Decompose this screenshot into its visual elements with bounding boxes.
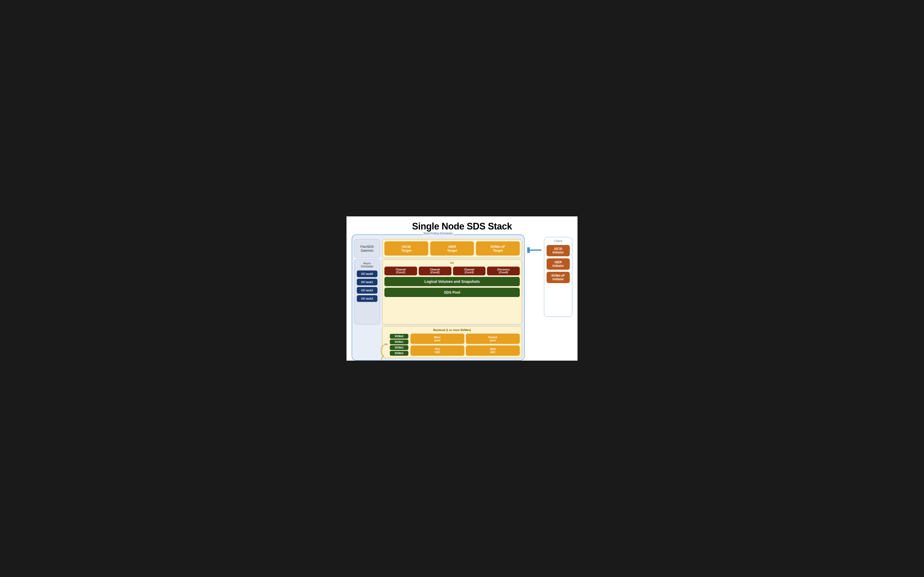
backend-inner: RR NVMe0 NVMe1 NVMe2 NVMe3 Mempool Exten… bbox=[384, 334, 520, 356]
main-layout: Multi-Polling Scheduler FlexSDSDaemon iS… bbox=[347, 234, 577, 361]
channel-core2: Channel(Core2) bbox=[419, 267, 451, 276]
nvme-3: NVMe3 bbox=[390, 351, 409, 356]
right-middle: RR Channel(Core1) Channel(Core2) Channel… bbox=[382, 259, 522, 324]
middle-row: Async Scheduler I/O task0 I/O task1 I/O … bbox=[354, 259, 522, 324]
rr-label: RR bbox=[384, 262, 520, 264]
target-iscsi: iSCSITarget bbox=[384, 241, 428, 256]
pool-pci: PCIUIO bbox=[410, 345, 464, 356]
pools-grid: Mempool Extentpool PCIUIO HDDAIO bbox=[410, 334, 520, 356]
channel-core1: Channel(Core1) bbox=[384, 267, 417, 276]
mps-label: Multi-Polling Scheduler bbox=[423, 232, 454, 235]
channel-discovery: Discovery(Core0) bbox=[487, 267, 520, 276]
slide: Single Node SDS Stack Multi-Polling Sche… bbox=[347, 216, 577, 361]
nvme-0: NVMe0 bbox=[390, 334, 409, 339]
nvme-list: NVMe0 NVMe1 NVMe2 NVMe3 bbox=[390, 334, 409, 356]
channel-core3: Channel(Core3) bbox=[453, 267, 486, 276]
io-task-2: I/O task2 bbox=[357, 287, 378, 294]
client-nvmeof: NVMe-oFInitiator bbox=[546, 272, 570, 283]
nvme-1: NVMe1 bbox=[390, 340, 409, 344]
pool-extent: Extentpool bbox=[466, 334, 520, 344]
async-label: Async Scheduler bbox=[357, 262, 378, 268]
flexsds-box: FlexSDSDaemon bbox=[354, 239, 380, 258]
lv-box: Logical Volumes and Snapshots bbox=[384, 277, 520, 286]
sds-pool-box: SDS Pool bbox=[384, 288, 520, 297]
top-row: FlexSDSDaemon iSCSITarget iSERTarget NVM… bbox=[354, 239, 522, 258]
client-iser: iSERInitiator bbox=[546, 258, 570, 270]
io-task-3: I/O task3 bbox=[357, 295, 378, 302]
flexsds-label: FlexSDSDaemon bbox=[360, 245, 373, 253]
main-arrow bbox=[527, 247, 541, 253]
io-task-0: I/O task0 bbox=[357, 271, 378, 277]
left-container: Multi-Polling Scheduler FlexSDSDaemon iS… bbox=[352, 234, 525, 361]
pool-hdd: HDDAIO bbox=[466, 345, 520, 356]
target-iser: iSERTarget bbox=[430, 241, 474, 256]
slide-title: Single Node SDS Stack bbox=[347, 216, 577, 234]
client-panel: Client iSCSIInitiator iSERInitiator NVMe… bbox=[544, 237, 572, 317]
pool-mem: Mempool bbox=[410, 334, 464, 344]
client-iscsi: iSCSIInitiator bbox=[546, 245, 570, 256]
backend-container: Backend (1 or more NVMes) bbox=[382, 326, 522, 358]
targets-container: iSCSITarget iSERTarget NVMe-oFTarget bbox=[382, 239, 522, 258]
arrow-wrapper bbox=[527, 234, 541, 253]
target-nvmeof: NVMe-oFTarget bbox=[476, 241, 520, 256]
async-scheduler: Async Scheduler I/O task0 I/O task1 I/O … bbox=[354, 259, 380, 324]
backend-label: Backend (1 or more NVMes) bbox=[384, 329, 520, 332]
nvme-2: NVMe2 bbox=[390, 345, 409, 350]
nvme-rr-area: RR NVMe0 NVMe1 NVMe2 NVMe3 bbox=[384, 334, 409, 356]
client-label: Client bbox=[554, 239, 562, 243]
io-task-1: I/O task1 bbox=[357, 279, 378, 285]
rr-arrow-svg bbox=[379, 343, 386, 361]
channels-row: Channel(Core1) Channel(Core2) Channel(Co… bbox=[384, 267, 520, 276]
